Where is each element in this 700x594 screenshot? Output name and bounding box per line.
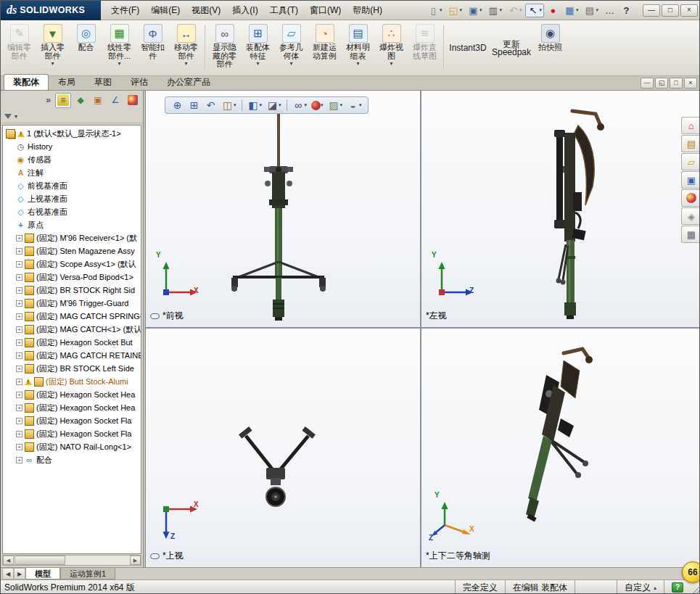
custom-status-dropdown[interactable]: 自定义 ▴ [617, 580, 664, 594]
menu-item[interactable]: 帮助(H) [347, 1, 388, 20]
doc-maximize-button[interactable]: □ [670, 78, 683, 88]
ribbon-button[interactable]: 爆炸视 图 ▾ [375, 22, 408, 74]
expand-icon[interactable] [16, 248, 22, 255]
view-toolbar-button[interactable]: ▾ [345, 99, 363, 112]
quick-tips-icon[interactable]: ? [672, 582, 683, 593]
tab-scroll-left-button[interactable]: ◀ [2, 568, 14, 579]
expand-icon[interactable] [16, 274, 22, 281]
task-pane-tab[interactable] [681, 226, 700, 243]
view-toolbar-button[interactable]: ▾ [265, 99, 283, 112]
tree-item[interactable]: 传感器 [4, 153, 141, 166]
menu-item[interactable]: 编辑(E) [145, 1, 186, 20]
tree-item[interactable]: (固定) Hexagon Socket Fla [4, 427, 141, 440]
task-pane-tab[interactable] [681, 171, 700, 189]
task-pane-tab[interactable] [681, 189, 700, 207]
expand-icon[interactable] [16, 392, 22, 398]
ribbon-button[interactable]: 参考几 何体 ▾ [275, 22, 308, 74]
command-tab[interactable]: 装配体 [4, 74, 49, 90]
tree-item[interactable]: History [4, 140, 141, 153]
viewport-isometric[interactable]: Y X Z *上下二等角轴测 [421, 329, 700, 567]
panel-tab[interactable] [90, 93, 106, 108]
menu-item[interactable]: 视图(V) [186, 1, 226, 20]
quick-toolbar-button[interactable]: ▾ [525, 4, 544, 17]
document-tab[interactable]: 运动算例1 [60, 568, 115, 579]
app-close-button[interactable]: × [680, 4, 698, 17]
hscroll-track[interactable] [66, 556, 130, 565]
expand-icon[interactable] [16, 287, 22, 294]
expand-icon[interactable] [16, 326, 22, 333]
ribbon-button[interactable]: 材料明 细表 ▾ [342, 22, 374, 74]
ribbon-button[interactable]: 智能扣 件 [136, 22, 169, 74]
panel-tab[interactable] [55, 93, 71, 108]
menu-item[interactable]: 窗口(W) [304, 1, 347, 20]
tree-item[interactable]: (固定) Sten Magazene Assy [4, 244, 141, 257]
view-toolbar-button[interactable]: ▾ [291, 99, 309, 112]
view-toolbar-button[interactable]: ▾ [326, 99, 345, 112]
tab-scroll-right-button[interactable]: ▶ [14, 568, 25, 579]
tree-item[interactable]: (固定) Versa-Pod Bipod<1> [4, 271, 141, 284]
tree-item[interactable]: (固定) Hexagon Socket Hea [4, 401, 141, 414]
command-tab[interactable]: 布局 [49, 74, 85, 90]
tree-item[interactable]: 右视基准面 [4, 205, 141, 218]
doc-restore-button[interactable]: ◱ [655, 78, 668, 88]
quick-toolbar-button[interactable] [602, 4, 617, 17]
expand-icon[interactable] [16, 431, 22, 437]
tree-item[interactable]: (固定) M'96 Trigger-Guard [4, 297, 141, 310]
ribbon-button[interactable]: 新建运 动算例 [308, 22, 341, 74]
expand-icon[interactable] [16, 457, 22, 463]
tree-item[interactable]: (固定) NATO Rail-Long<1> [4, 440, 141, 453]
doc-minimize-button[interactable]: — [641, 78, 654, 88]
tree-item[interactable]: (固定) M'96 Receiver<1> (默 [4, 231, 141, 244]
ribbon-button[interactable]: 移动零 部件 ▾ [170, 22, 202, 74]
command-tab[interactable]: 评估 [121, 74, 157, 90]
view-toolbar-button[interactable]: ▾ [310, 100, 325, 111]
tree-root-item[interactable]: 1 (默认<默认_显示状态-1> [4, 127, 141, 140]
ribbon-button[interactable]: 爆炸直 线草图 [408, 22, 441, 74]
quick-toolbar-button[interactable]: ▾ [466, 4, 485, 17]
hscroll-thumb[interactable] [15, 556, 65, 565]
view-toolbar-button[interactable] [170, 99, 185, 112]
tree-item[interactable]: 上视基准面 [4, 192, 141, 205]
tree-item[interactable]: (固定) Hexagon Socket Fla [4, 414, 141, 427]
panel-tab[interactable] [107, 93, 123, 108]
expand-icon[interactable] [16, 379, 22, 385]
ribbon-button[interactable]: 更新 Speedpak [490, 22, 533, 74]
quick-toolbar-button[interactable] [619, 4, 634, 17]
expand-icon[interactable] [16, 366, 22, 372]
hscroll-right-button[interactable]: ▶ [130, 556, 141, 565]
task-pane-tab[interactable] [681, 117, 700, 134]
notification-badge[interactable]: 66 [682, 561, 700, 583]
ribbon-button[interactable]: 插入零 部件 ▾ [36, 22, 69, 74]
menu-item[interactable]: 文件(F) [105, 1, 145, 20]
expand-icon[interactable] [16, 352, 22, 359]
doc-close-button[interactable]: × [684, 78, 697, 88]
tree-item[interactable]: (固定) MAG CATCH<1> (默认 [4, 323, 141, 336]
quick-toolbar-button[interactable]: ▾ [562, 4, 581, 17]
expand-icon[interactable] [16, 444, 22, 450]
tree-item[interactable]: (固定) Hexagon Socket Hea [4, 388, 141, 401]
filter-funnel-icon[interactable] [4, 114, 12, 119]
ribbon-button[interactable]: 配合 [70, 22, 102, 74]
app-minimize-button[interactable]: — [643, 4, 660, 17]
tree-item[interactable]: (固定) Butt Stock-Alumi [4, 375, 141, 388]
panel-tab[interactable] [73, 93, 88, 108]
viewport-top[interactable]: X Z *上视 [146, 329, 420, 567]
tree-item[interactable]: (固定) MAG CATCH SPRING<1 [4, 310, 141, 323]
ribbon-button[interactable]: 装配体 特征 ▾ [242, 22, 274, 74]
view-toolbar-button[interactable]: ▾ [220, 99, 238, 112]
task-pane-tab[interactable] [681, 153, 700, 170]
tree-item[interactable]: (固定) MAG CATCH RETAINER [4, 349, 141, 362]
task-pane-tab[interactable] [681, 207, 700, 225]
document-tab[interactable]: 模型 [25, 568, 60, 579]
app-maximize-button[interactable]: □ [662, 4, 679, 17]
quick-toolbar-button[interactable] [545, 4, 561, 17]
tree-item[interactable]: (固定) Hexagon Socket But [4, 336, 141, 349]
tree-item[interactable]: (固定) BR STOCK Right Sid [4, 284, 141, 297]
view-toolbar-button[interactable]: ▾ [246, 99, 264, 112]
viewport-left[interactable]: Y Z *左视 [421, 91, 700, 327]
menu-item[interactable]: 插入(I) [226, 1, 263, 20]
hscroll-left-button[interactable]: ◀ [3, 556, 14, 565]
ribbon-button[interactable]: 显示隐 藏的零 部件 [208, 22, 241, 74]
command-tab[interactable]: 办公室产品 [157, 74, 220, 90]
tree-item[interactable]: 注解 [4, 166, 141, 179]
